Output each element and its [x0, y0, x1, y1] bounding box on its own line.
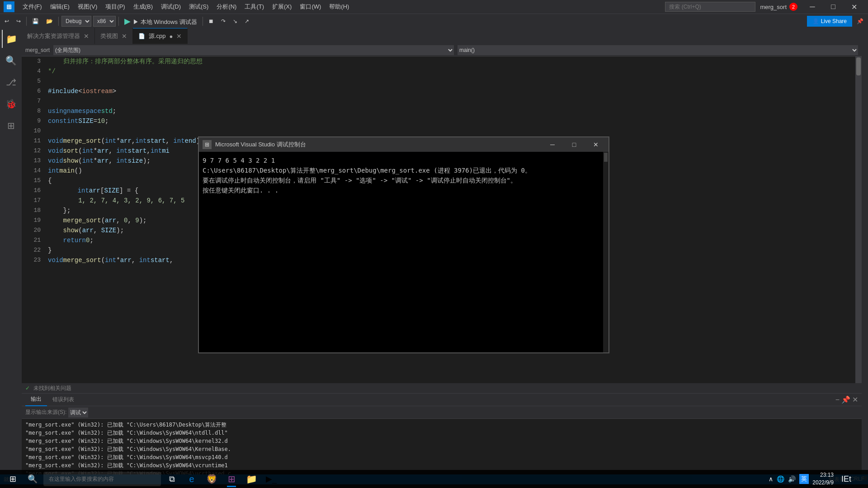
function-select[interactable]: main() [458, 45, 858, 55]
step-over-button[interactable]: ↷ [218, 16, 228, 27]
tray-network[interactable]: 🌐 [777, 475, 784, 483]
code-line-8: using namespace std; [48, 106, 855, 116]
taskbar-task-view[interactable]: ⧉ [163, 470, 181, 488]
open-button[interactable]: 📂 [43, 16, 56, 27]
notification-badge[interactable]: 2 [789, 3, 797, 11]
output-line-5: "merg_sort.exe" (Win32): 已加载 "C:\Windows… [25, 453, 858, 461]
menu-build[interactable]: 生成(B) [130, 2, 156, 12]
start-button[interactable]: ⊞ [4, 470, 22, 488]
console-maximize-button[interactable]: □ [565, 138, 583, 151]
activity-git[interactable]: ⎇ [2, 73, 20, 91]
menu-window[interactable]: 窗口(W) [296, 2, 325, 12]
edge-icon: e [189, 474, 194, 484]
taskbar-clock[interactable]: 23:13 2022/9/9 [812, 471, 834, 487]
console-scrollbar[interactable] [603, 152, 609, 352]
show-desktop-button[interactable] [859, 470, 864, 488]
undo-button[interactable]: ↩ [2, 16, 12, 27]
tray-volume[interactable]: 🔊 [788, 475, 796, 483]
activity-search[interactable]: 🔍 [2, 52, 20, 70]
toolbar: ↩ ↪ 💾 📂 Debug x86 ▶ ▶ 本地 Windows 调试器 ⏹ ↷… [0, 14, 868, 28]
project-name: merg_sort [25, 47, 50, 53]
tab-class-view[interactable]: 类视图 ✕ [95, 28, 133, 44]
taskbar-vs[interactable]: ⊞ [222, 470, 241, 488]
console-minimize-button[interactable]: ─ [543, 138, 561, 151]
taskbar-search-input[interactable] [43, 472, 161, 486]
output-tab-errors[interactable]: 错误列表 [47, 394, 80, 406]
debug-config-select[interactable]: Debug [61, 16, 91, 27]
code-line-10 [48, 126, 855, 136]
save-button[interactable]: 💾 [29, 16, 42, 27]
console-window: ⊞ Microsoft Visual Studio 调试控制台 ─ □ ✕ 9 … [198, 136, 609, 353]
output-close-button[interactable]: ✕ [852, 395, 858, 404]
code-line-9: const int SIZE = 10; [48, 116, 855, 126]
modified-indicator: ● [170, 33, 173, 40]
menu-tools[interactable]: 工具(T) [241, 2, 268, 12]
taskbar: ⊞ 🔍 ⧉ e 🦁 ⊞ 📁 ▶_ ∧ 🌐 🔊 英 23:13 2022/9/9 … [0, 470, 868, 488]
menu-test[interactable]: 测试(S) [185, 2, 212, 12]
menu-edit[interactable]: 编辑(E) [47, 2, 73, 12]
maximize-button[interactable]: □ [823, 0, 844, 14]
activity-debug[interactable]: 🐞 [2, 95, 20, 113]
tray-chevron[interactable]: ∧ [769, 475, 773, 483]
console-title: Microsoft Visual Studio 调试控制台 [215, 141, 540, 149]
notification-center[interactable]: IEt [837, 470, 855, 488]
run-debugger-button[interactable]: ▶ ▶ 本地 Windows 调试器 [122, 16, 200, 26]
output-tab-output[interactable]: 输出 [25, 394, 47, 406]
source-tab-label: 源.cpp [149, 32, 166, 40]
output-tabs: 输出 错误列表 − 📌 ✕ [22, 394, 862, 406]
brave-icon: 🦁 [206, 474, 217, 484]
search-input[interactable] [665, 2, 755, 12]
menu-view[interactable]: 视图(V) [74, 2, 101, 12]
minimize-button[interactable]: ─ [802, 0, 823, 14]
menu-help[interactable]: 帮助(H) [326, 2, 353, 12]
taskbar-edge[interactable]: e [183, 470, 201, 488]
console-output-4: 按任意键关闭此窗口. . . [203, 185, 599, 195]
menu-analyze[interactable]: 分析(N) [213, 2, 240, 12]
tab-solution-explorer[interactable]: 解决方案资源管理器 ✕ [22, 28, 95, 44]
vs-taskbar-icon: ⊞ [228, 474, 236, 484]
step-into-button[interactable]: ↘ [230, 16, 240, 27]
pin-button[interactable]: 📌 [854, 16, 866, 27]
toolbar-separator-3 [118, 17, 119, 26]
editor-scrollbar[interactable] [855, 56, 862, 383]
breakpoint-button[interactable]: ⏹ [206, 16, 217, 27]
tab-classview-close[interactable]: ✕ [122, 33, 127, 40]
platform-select[interactable]: x86 [93, 16, 116, 27]
menu-file[interactable]: 文件(F) [19, 2, 46, 12]
run-label: ▶ 本地 Windows 调试器 [133, 19, 197, 25]
taskbar-search-icon[interactable]: 🔍 [24, 470, 42, 488]
activity-extensions[interactable]: ⊞ [2, 117, 20, 135]
scrollbar-thumb [856, 57, 861, 75]
close-button[interactable]: ✕ [844, 0, 864, 14]
menu-debug[interactable]: 调试(D) [157, 2, 184, 12]
step-out-button[interactable]: ↗ [242, 16, 252, 27]
tab-source-cpp[interactable]: 📄 源.cpp ● ✕ [133, 28, 188, 44]
line-numbers: 3 4 5 6 7 8 9 10 11 12 13 14 15 16 17 18… [22, 56, 44, 383]
output-toolbar: 显示输出来源(S): 调试 [22, 406, 862, 419]
menu-extensions[interactable]: 扩展(X) [269, 2, 295, 12]
tab-source-close[interactable]: ✕ [176, 33, 182, 40]
activity-explorer[interactable]: 📁 [2, 30, 20, 48]
output-hide-button[interactable]: − [835, 396, 840, 404]
output-line-4: "merg_sort.exe" (Win32): 已加载 "C:\Windows… [25, 445, 858, 453]
taskbar-terminal[interactable]: ▶_ [262, 470, 280, 488]
taskbar-right: ∧ 🌐 🔊 英 23:13 2022/9/9 IEt [769, 470, 864, 488]
scope-select[interactable]: (全局范围) [53, 45, 454, 55]
taskbar-brave[interactable]: 🦁 [203, 470, 221, 488]
redo-button[interactable]: ↪ [14, 16, 24, 27]
taskbar-explorer[interactable]: 📁 [242, 470, 260, 488]
right-panel-handle[interactable]: 管理 [862, 28, 868, 474]
run-icon: ▶ [124, 17, 131, 26]
menu-project[interactable]: 项目(P) [102, 2, 128, 12]
console-close-button[interactable]: ✕ [587, 138, 605, 151]
tab-solution-close[interactable]: ✕ [84, 33, 89, 40]
output-pin-button[interactable]: 📌 [841, 395, 850, 404]
live-share-label: Live Share [821, 18, 847, 24]
live-share-button[interactable]: 👤 Live Share [807, 16, 852, 27]
toolbar-separator-1 [26, 17, 27, 26]
menu-bar: ⊞ 文件(F) 编辑(E) 视图(V) 项目(P) 生成(B) 调试(D) 测试… [0, 0, 868, 14]
taskbar-language[interactable]: 英 [799, 474, 809, 484]
console-title-bar: ⊞ Microsoft Visual Studio 调试控制台 ─ □ ✕ [199, 137, 609, 152]
output-source-select[interactable]: 调试 [68, 408, 88, 418]
class-view-label: 类视图 [100, 32, 118, 40]
